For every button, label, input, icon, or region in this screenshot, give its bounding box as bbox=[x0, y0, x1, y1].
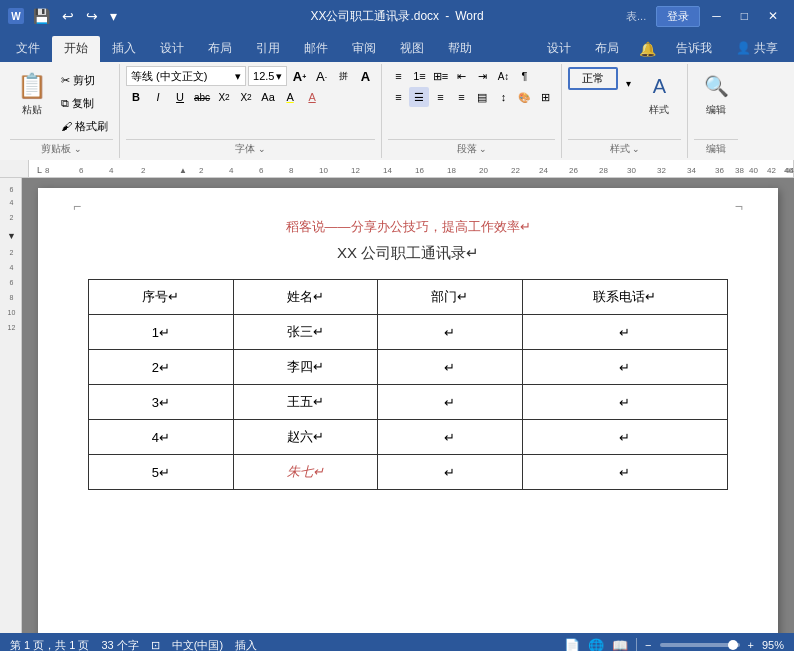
table-row: 4↵ 赵六↵ ↵ ↵ bbox=[89, 420, 728, 455]
tab-home[interactable]: 开始 bbox=[52, 36, 100, 62]
ribbon-tabs: 文件 开始 插入 设计 布局 引用 邮件 审阅 视图 帮助 bbox=[0, 32, 484, 62]
case-button[interactable]: Aa bbox=[258, 87, 278, 107]
align-right-button[interactable]: ≡ bbox=[430, 87, 450, 107]
zoom-in-icon[interactable]: + bbox=[748, 639, 754, 651]
paste-button[interactable]: 📋 粘贴 bbox=[10, 66, 54, 121]
cell-num-3: 3↵ bbox=[89, 385, 234, 420]
font-size-chevron: ▾ bbox=[276, 70, 282, 83]
sort-button[interactable]: A↕ bbox=[493, 66, 513, 86]
wph-button[interactable]: 拼 bbox=[333, 66, 353, 86]
find-icon: 🔍 bbox=[700, 70, 732, 102]
redo-quick-btn[interactable]: ↪ bbox=[83, 8, 101, 24]
format-painter-button[interactable]: 🖌 格式刷 bbox=[56, 116, 113, 137]
tab-notify[interactable]: 🔔 bbox=[631, 37, 664, 62]
tab-design[interactable]: 设计 bbox=[148, 36, 196, 62]
maximize-button[interactable]: □ bbox=[733, 7, 756, 25]
copy-button[interactable]: ⧉ 复制 bbox=[56, 93, 113, 114]
shading-button[interactable]: 🎨 bbox=[514, 87, 534, 107]
paragraph-section: ≡ 1≡ ⊞≡ ⇤ ⇥ A↕ ¶ ≡ ☰ ≡ ≡ ▤ ↕ 🎨 ⊞ bbox=[388, 66, 555, 107]
zoom-level[interactable]: 95% bbox=[762, 639, 784, 651]
paragraph-group: ≡ 1≡ ⊞≡ ⇤ ⇥ A↕ ¶ ≡ ☰ ≡ ≡ ▤ ↕ 🎨 ⊞ bbox=[382, 64, 562, 158]
font-grow-button[interactable]: A+ bbox=[289, 66, 309, 86]
word-count[interactable]: 33 个字 bbox=[101, 638, 138, 652]
paste-label: 粘贴 bbox=[22, 103, 42, 117]
tab-share[interactable]: 👤 共享 bbox=[724, 36, 790, 62]
font-shrink-button[interactable]: A- bbox=[311, 66, 331, 86]
underline-button[interactable]: U bbox=[170, 87, 190, 107]
undo-quick-btn[interactable]: ↩ bbox=[59, 8, 77, 24]
tab-layout[interactable]: 布局 bbox=[196, 36, 244, 62]
editing-group-content: 🔍 编辑 bbox=[694, 66, 738, 137]
superscript-button[interactable]: X2 bbox=[236, 87, 256, 107]
tab-view[interactable]: 视图 bbox=[388, 36, 436, 62]
clear-format-button[interactable]: A bbox=[355, 66, 375, 86]
page-info[interactable]: 第 1 页，共 1 页 bbox=[10, 638, 89, 652]
strikethrough-button[interactable]: abc bbox=[192, 87, 212, 107]
cell-name-4: 赵六↵ bbox=[233, 420, 378, 455]
show-marks-button[interactable]: ¶ bbox=[514, 66, 534, 86]
paragraph-group-content: ≡ 1≡ ⊞≡ ⇤ ⇥ A↕ ¶ ≡ ☰ ≡ ≡ ▤ ↕ 🎨 ⊞ bbox=[388, 66, 555, 137]
font-name-selector[interactable]: 等线 (中文正文) ▾ bbox=[126, 66, 246, 86]
justify-button[interactable]: ≡ bbox=[451, 87, 471, 107]
close-button[interactable]: ✕ bbox=[760, 7, 786, 25]
qa-dropdown-btn[interactable]: ▾ bbox=[107, 8, 120, 24]
font-label: 字体 ⌄ bbox=[126, 139, 375, 158]
view-read-icon[interactable]: 📖 bbox=[612, 638, 628, 652]
cell-dept-3: ↵ bbox=[378, 385, 523, 420]
tab-file[interactable]: 文件 bbox=[4, 36, 52, 62]
app-icon: W bbox=[8, 8, 24, 24]
view-web-icon[interactable]: 🌐 bbox=[588, 638, 604, 652]
font-color-button[interactable]: A bbox=[302, 87, 322, 107]
multilevel-button[interactable]: ⊞≡ bbox=[430, 66, 450, 86]
cut-button[interactable]: ✂ 剪切 bbox=[56, 70, 113, 91]
para-row-1: ≡ 1≡ ⊞≡ ⇤ ⇥ A↕ ¶ bbox=[388, 66, 555, 86]
tab-table-layout[interactable]: 布局 bbox=[583, 36, 631, 62]
font-size-selector[interactable]: 12.5 ▾ bbox=[248, 66, 287, 86]
column-button[interactable]: ▤ bbox=[472, 87, 492, 107]
subscript-button[interactable]: X2 bbox=[214, 87, 234, 107]
highlight-color-button[interactable]: A bbox=[280, 87, 300, 107]
tab-mailings[interactable]: 邮件 bbox=[292, 36, 340, 62]
clipboard-label: 剪贴板 ⌄ bbox=[10, 139, 113, 158]
tab-tell-me[interactable]: 告诉我 bbox=[664, 36, 724, 62]
find-button[interactable]: 🔍 编辑 bbox=[694, 66, 738, 121]
italic-button[interactable]: I bbox=[148, 87, 168, 107]
contact-table: 序号↵ 姓名↵ 部门↵ 联系电话↵ 1↵ 张三↵ ↵ ↵ 2↵ bbox=[88, 279, 728, 490]
bullets-button[interactable]: ≡ bbox=[388, 66, 408, 86]
cell-phone-2: ↵ bbox=[522, 350, 727, 385]
border-button[interactable]: ⊞ bbox=[535, 87, 555, 107]
tab-references[interactable]: 引用 bbox=[244, 36, 292, 62]
tab-table-design[interactable]: 设计 bbox=[535, 36, 583, 62]
font-size-value: 12.5 bbox=[253, 70, 274, 82]
align-left-button[interactable]: ≡ bbox=[388, 87, 408, 107]
increase-indent-button[interactable]: ⇥ bbox=[472, 66, 492, 86]
tab-help[interactable]: 帮助 bbox=[436, 36, 484, 62]
line-spacing-button[interactable]: ↕ bbox=[493, 87, 513, 107]
align-center-button[interactable]: ☰ bbox=[409, 87, 429, 107]
cell-num-1: 1↵ bbox=[89, 315, 234, 350]
zoom-out-icon[interactable]: − bbox=[645, 639, 651, 651]
edit-mode[interactable]: 插入 bbox=[235, 638, 257, 652]
language[interactable]: 中文(中国) bbox=[172, 638, 223, 652]
tab-review[interactable]: 审阅 bbox=[340, 36, 388, 62]
status-left: 第 1 页，共 1 页 33 个字 ⊡ 中文(中国) 插入 bbox=[10, 638, 257, 652]
table-row: 1↵ 张三↵ ↵ ↵ bbox=[89, 315, 728, 350]
app-name: Word bbox=[455, 9, 483, 23]
sidebar-ruler: 642 ▼ 24 68 1012 bbox=[0, 178, 22, 633]
cell-name-2: 李四↵ bbox=[233, 350, 378, 385]
bold-button[interactable]: B bbox=[126, 87, 146, 107]
document-area[interactable]: ⌐ ⌐ 稻客说——分享办公技巧，提高工作效率↵ XX 公司职工通讯录↵ 序号↵ … bbox=[22, 178, 794, 633]
styles-button[interactable]: A 样式 bbox=[637, 66, 681, 121]
zoom-slider[interactable] bbox=[660, 643, 740, 647]
save-quick-btn[interactable]: 💾 bbox=[30, 8, 53, 24]
decrease-indent-button[interactable]: ⇤ bbox=[451, 66, 471, 86]
numbering-button[interactable]: 1≡ bbox=[409, 66, 429, 86]
minimize-button[interactable]: ─ bbox=[704, 7, 729, 25]
normal-style-box[interactable]: 正常 bbox=[568, 67, 618, 90]
zoom-thumb[interactable] bbox=[728, 640, 738, 650]
style-dropdown-btn[interactable]: ▾ bbox=[621, 76, 635, 90]
view-print-icon[interactable]: 📄 bbox=[564, 638, 580, 652]
login-button[interactable]: 登录 bbox=[656, 6, 700, 27]
tab-insert[interactable]: 插入 bbox=[100, 36, 148, 62]
paragraph-label: 段落 ⌄ bbox=[388, 139, 555, 158]
